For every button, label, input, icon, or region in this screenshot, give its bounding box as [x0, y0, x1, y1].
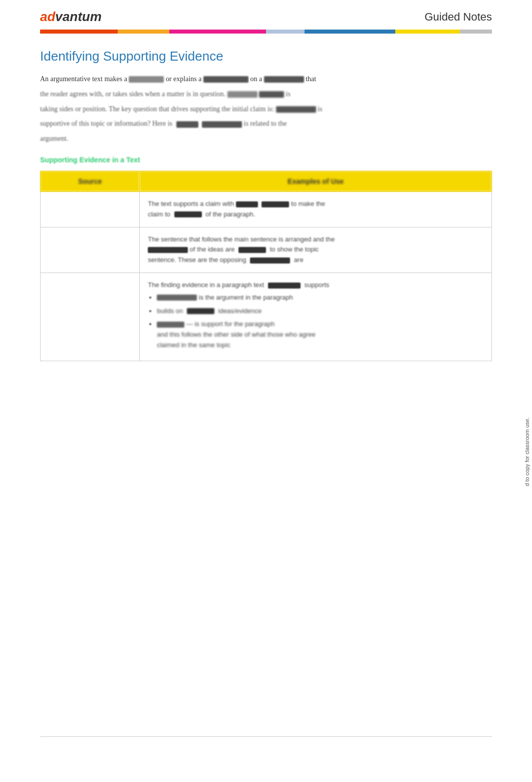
- intro-rest: or explains a: [166, 75, 203, 83]
- table-header-source: Source: [41, 171, 140, 191]
- bullet-item-1: is the argument in the paragraph: [157, 293, 483, 303]
- color-bar-segment-1: [40, 30, 118, 34]
- evidence-table: Source Examples of Use Fact/Statistics T…: [40, 171, 492, 361]
- intro-line1: An argumentative text makes a: [40, 75, 127, 83]
- row-label-3: Evidence: [41, 273, 140, 361]
- bullet-list: is the argument in the paragraph builds …: [148, 293, 483, 351]
- color-bar-segment-3: [169, 30, 266, 34]
- blurred-cell2-3: [250, 257, 290, 264]
- blurred-evidence2: [202, 121, 242, 128]
- bullet-item-3: — is support for the paragraph and this …: [157, 319, 483, 350]
- blurred-b2: [187, 308, 214, 314]
- blurred-topic: [264, 76, 304, 83]
- table-row: Evidence The finding evidence in a parag…: [41, 273, 492, 361]
- blurred-w2: [259, 91, 284, 98]
- table-header-examples: Examples of Use: [140, 171, 492, 191]
- side-text: d to copy for classroom use.: [522, 412, 532, 491]
- row-label-2: Firsthand or First-Hand: [41, 227, 140, 273]
- row-content-2: The sentence that follows the main sente…: [140, 227, 492, 273]
- header: advantum Guided Notes: [0, 0, 532, 25]
- table-row: Fact/Statistics The text supports a clai…: [41, 191, 492, 227]
- intro-that: that: [306, 75, 316, 83]
- color-bar-segment-4: [266, 30, 305, 34]
- blurred-cell1-3: [174, 211, 202, 217]
- intro-line5: argument.: [40, 133, 492, 145]
- table-row: Firsthand or First-Hand The sentence tha…: [41, 227, 492, 273]
- intro-line2: the reader agrees with, or takes sides w…: [40, 88, 492, 100]
- logo-text: advantum: [40, 9, 102, 25]
- blurred-cell2-2: [238, 247, 266, 253]
- blurred-b3: [157, 322, 184, 328]
- blurred-cell3-1: [268, 283, 301, 289]
- blurred-cell2-1: [148, 247, 188, 253]
- section-label: Supporting Evidence in a Text: [40, 156, 492, 164]
- color-bar-segment-2: [118, 30, 169, 34]
- blurred-claim: [129, 76, 164, 83]
- blurred-cell1-1: [236, 201, 258, 207]
- row-label-1: Fact/Statistics: [41, 191, 140, 227]
- blurred-cell1-2: [261, 201, 289, 207]
- intro-line4: supportive of this topic or information?…: [40, 118, 492, 130]
- main-content: Identifying Supporting Evidence An argum…: [0, 34, 532, 361]
- blurred-true: [176, 121, 198, 128]
- color-bar: [40, 30, 492, 34]
- header-title: Guided Notes: [424, 11, 492, 24]
- intro-line3: taking sides or position. The key questi…: [40, 103, 492, 115]
- blurred-w1: [227, 91, 257, 98]
- color-bar-segment-6: [395, 30, 460, 34]
- footer-line: [40, 736, 492, 737]
- color-bar-segment-5: [305, 30, 395, 34]
- color-bar-segment-7: [460, 30, 492, 34]
- logo: advantum: [40, 9, 102, 25]
- row-content-3: The finding evidence in a paragraph text…: [140, 273, 492, 361]
- bullet-item-2: builds on ideas/evidence: [157, 306, 483, 317]
- blurred-b1: [157, 295, 197, 301]
- blurred-position: [203, 76, 248, 83]
- intro-paragraph: An argumentative text makes a or explain…: [40, 73, 492, 85]
- blurred-w3: [276, 106, 316, 113]
- intro-on: on a: [250, 75, 263, 83]
- row-content-1: The text supports a claim with to make t…: [140, 191, 492, 227]
- logo-ad: ad: [40, 9, 55, 24]
- page-title: Identifying Supporting Evidence: [40, 49, 492, 64]
- logo-vantum: vantum: [55, 9, 101, 24]
